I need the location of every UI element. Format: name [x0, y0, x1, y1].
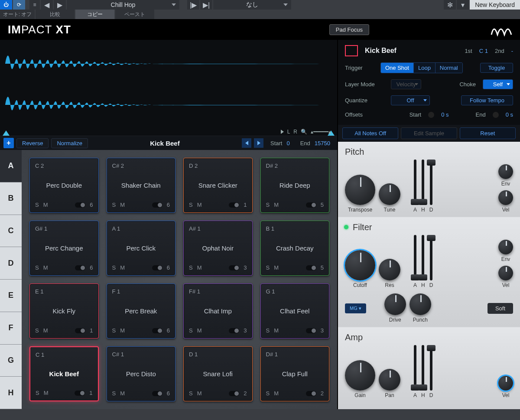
- pad-13[interactable]: C# 1Perc DistoSM6: [107, 346, 176, 401]
- prev-preset-icon[interactable]: ◀: [41, 0, 53, 10]
- power-button[interactable]: ⏻: [0, 0, 12, 10]
- pad-output[interactable]: 1: [244, 202, 247, 208]
- transpose-knob[interactable]: [345, 175, 375, 205]
- trigger-normal[interactable]: Normal: [435, 63, 462, 73]
- pad-mute-button[interactable]: M: [120, 264, 125, 271]
- pad-output[interactable]: 6: [90, 202, 93, 208]
- trigger-toggle-button[interactable]: Toggle: [480, 63, 513, 73]
- preset-name-field[interactable]: Chill Hop: [67, 0, 179, 10]
- reverse-button[interactable]: Reverse: [16, 138, 49, 148]
- pad-output[interactable]: 3: [244, 327, 247, 334]
- pad-toggle[interactable]: [229, 391, 239, 396]
- pad-10[interactable]: F# 1Clhat ImpSM3: [183, 283, 253, 339]
- follow-tempo-button[interactable]: Follow Tempo: [461, 95, 513, 105]
- offset-start-value[interactable]: 0 s: [441, 111, 448, 118]
- pad-15[interactable]: D# 1Clap FullSM2: [260, 346, 330, 401]
- pad-solo-button[interactable]: S: [189, 327, 193, 334]
- pad-toggle[interactable]: [152, 328, 162, 333]
- play-icon[interactable]: [281, 130, 284, 134]
- new-keyboard-button[interactable]: New Keyboard: [470, 0, 520, 10]
- quantize-dropdown[interactable]: Off: [391, 95, 430, 105]
- cutoff-knob[interactable]: [345, 250, 375, 280]
- first-note-value[interactable]: C 1: [479, 48, 488, 54]
- end-value[interactable]: 15750: [315, 140, 330, 147]
- pad-5[interactable]: A 1Perc ClickSM6: [107, 221, 176, 276]
- tab-compare[interactable]: 比較: [36, 10, 75, 19]
- next-preset-icon[interactable]: ▶: [54, 0, 66, 10]
- second-note-value[interactable]: -: [511, 48, 513, 54]
- pad-output[interactable]: 6: [167, 264, 170, 271]
- pad-toggle[interactable]: [229, 202, 239, 208]
- pad-mute-button[interactable]: M: [274, 390, 279, 397]
- pad-solo-button[interactable]: S: [266, 202, 270, 208]
- filter-type-dropdown[interactable]: MG ▾: [345, 303, 366, 313]
- pad-0[interactable]: C 2Perc DoubleSM6: [29, 158, 99, 213]
- pad-output[interactable]: 6: [167, 202, 170, 208]
- pad-output[interactable]: 5: [321, 202, 324, 208]
- add-sample-button[interactable]: +: [3, 138, 14, 148]
- pad-output[interactable]: 6: [90, 264, 93, 271]
- pad-toggle[interactable]: [75, 265, 85, 270]
- tune-knob[interactable]: [379, 183, 400, 205]
- offset-end-value[interactable]: 0 s: [506, 111, 513, 118]
- skip-end-icon[interactable]: ▶|: [200, 0, 212, 10]
- bank-e[interactable]: E: [0, 280, 22, 312]
- zoom-icon[interactable]: 🔍: [301, 129, 307, 135]
- pad-output[interactable]: 6: [167, 327, 170, 334]
- pad-9[interactable]: F 1Perc BreakSM6: [107, 283, 176, 339]
- waveform-display[interactable]: L R 🔍 ▴━━━━━▴: [0, 40, 337, 136]
- pad-toggle[interactable]: [306, 391, 316, 396]
- all-notes-off-button[interactable]: All Notes Off: [342, 127, 398, 139]
- bank-c[interactable]: C: [0, 215, 22, 247]
- pad-solo-button[interactable]: S: [189, 390, 193, 397]
- pad-output[interactable]: 2: [244, 390, 247, 397]
- prev-sample-button[interactable]: [242, 138, 251, 148]
- pad-solo-button[interactable]: S: [36, 390, 39, 396]
- pad-toggle[interactable]: [306, 328, 316, 333]
- pad-solo-button[interactable]: S: [35, 264, 39, 271]
- edit-sample-button[interactable]: Edit Sample: [401, 127, 457, 139]
- normalize-button[interactable]: Normalize: [51, 138, 88, 148]
- pad-solo-button[interactable]: S: [35, 202, 39, 208]
- pad-solo-button[interactable]: S: [112, 202, 116, 208]
- bank-b[interactable]: B: [0, 182, 22, 215]
- menu-icon[interactable]: ≡: [29, 0, 40, 10]
- start-value[interactable]: 0: [286, 140, 289, 147]
- offset-end-knob[interactable]: [493, 112, 499, 118]
- pad-mute-button[interactable]: M: [274, 327, 279, 334]
- bank-d[interactable]: D: [0, 247, 22, 280]
- reset-button[interactable]: Reset: [460, 127, 516, 139]
- pad-output[interactable]: 2: [321, 390, 324, 397]
- pad-solo-button[interactable]: S: [112, 327, 116, 334]
- soft-button[interactable]: Soft: [488, 303, 513, 314]
- pad-mute-button[interactable]: M: [120, 202, 125, 208]
- pad-focus-button[interactable]: Pad Focus: [329, 24, 369, 35]
- pad-2[interactable]: D 2Snare ClickerSM1: [183, 158, 253, 213]
- pad-mute-button[interactable]: M: [274, 202, 279, 208]
- pad-output[interactable]: 1: [90, 327, 93, 334]
- pad-mute-button[interactable]: M: [197, 264, 202, 271]
- pad-color-swatch[interactable]: [345, 45, 358, 56]
- gain-knob[interactable]: [345, 360, 375, 391]
- filter-enable-led[interactable]: [344, 225, 348, 229]
- pad-output[interactable]: 5: [321, 264, 324, 271]
- pad-solo-button[interactable]: S: [35, 327, 39, 334]
- trigger-oneshot[interactable]: One Shot: [381, 63, 413, 73]
- layer-mode-dropdown[interactable]: Velocity: [391, 79, 421, 89]
- bank-f[interactable]: F: [0, 312, 22, 345]
- pad-mute-button[interactable]: M: [43, 327, 48, 334]
- pad-1[interactable]: C# 2Shaker ChainSM6: [107, 158, 176, 213]
- pad-solo-button[interactable]: S: [189, 264, 193, 271]
- pad-12[interactable]: C 1Kick BeefSM1: [29, 346, 99, 401]
- skip-start-icon[interactable]: |▶: [187, 0, 199, 10]
- pitch-env-knob[interactable]: [498, 164, 513, 179]
- zoom-slider[interactable]: ▴━━━━━▴: [311, 129, 331, 135]
- filter-env-knob[interactable]: [498, 240, 513, 254]
- pad-toggle[interactable]: [152, 202, 162, 208]
- bank-h[interactable]: H: [0, 377, 22, 409]
- pad-mute-button[interactable]: M: [197, 327, 202, 334]
- pad-7[interactable]: B 1Crash DecaySM5: [260, 221, 330, 276]
- pad-output[interactable]: 6: [167, 390, 170, 397]
- pad-6[interactable]: A# 1Ophat NoirSM3: [183, 221, 253, 276]
- pad-toggle[interactable]: [152, 391, 162, 396]
